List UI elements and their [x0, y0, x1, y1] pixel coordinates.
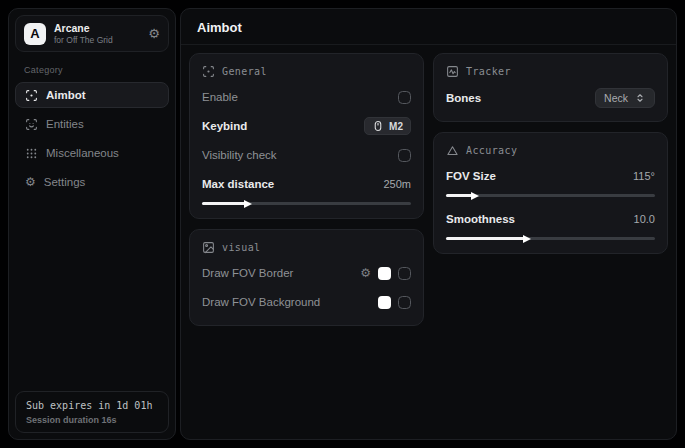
activity-icon [446, 65, 459, 78]
visibility-check-checkbox[interactable] [398, 149, 411, 162]
sidebar-item-label: Aimbot [46, 89, 86, 101]
slider-fill [446, 194, 473, 197]
category-label: Category [24, 65, 169, 75]
keybind-button[interactable]: M2 [364, 117, 411, 135]
setting-label: Bones [446, 92, 481, 104]
setting-row-fov-size: FOV Size 115° [446, 166, 655, 186]
main-panel: Aimbot General Enable [180, 8, 677, 440]
visual-card-header: visual [202, 241, 411, 254]
sidebar-item-aimbot[interactable]: Aimbot [15, 82, 169, 108]
setting-label: Draw FOV Border [202, 267, 293, 279]
fov-background-checkbox[interactable] [398, 296, 411, 309]
slider-thumb[interactable] [523, 235, 531, 243]
setting-label: Draw FOV Background [202, 296, 320, 308]
general-card-header: General [202, 65, 411, 78]
card-title: Accuracy [466, 145, 517, 156]
card-title: visual [222, 242, 261, 253]
enable-checkbox[interactable] [398, 91, 411, 104]
fov-size-value: 115° [633, 170, 655, 182]
max-distance-value: 250m [383, 178, 411, 190]
session-duration-text: Session duration 16s [26, 415, 158, 425]
max-distance-slider[interactable] [202, 202, 411, 205]
sidebar-item-settings[interactable]: ⚙ Settings [15, 169, 169, 195]
setting-row-visibility-check: Visibility check [202, 145, 411, 165]
smoothness-value: 10.0 [634, 213, 655, 225]
mouse-icon [372, 120, 384, 132]
gear-icon[interactable]: ⚙ [360, 267, 371, 279]
brand-text: Arcane for Off The Grid [54, 22, 140, 45]
setting-label: Visibility check [202, 149, 277, 161]
setting-row-bones: Bones Neck [446, 88, 655, 108]
fov-background-controls [378, 296, 411, 309]
app-name: Arcane [54, 22, 140, 34]
setting-row-max-distance: Max distance 250m [202, 174, 411, 194]
sidebar-item-entities[interactable]: Entities [15, 111, 169, 137]
page-title: Aimbot [197, 20, 660, 35]
setting-label: Max distance [202, 178, 274, 190]
sidebar-item-miscellaneous[interactable]: Miscellaneous [15, 140, 169, 166]
slider-thumb[interactable] [244, 200, 252, 208]
card-title: Tracker [466, 66, 511, 77]
setting-label: FOV Size [446, 170, 496, 182]
smoothness-slider[interactable] [446, 237, 655, 240]
setting-row-enable: Enable [202, 87, 411, 107]
setting-row-fov-background: Draw FOV Background [202, 292, 411, 312]
sidebar: A Arcane for Off The Grid ⚙ Category Aim… [8, 8, 176, 440]
content-area: General Enable Keybind M2 V [181, 45, 676, 334]
left-column: General Enable Keybind M2 V [189, 53, 424, 326]
setting-row-smoothness: Smoothness 10.0 [446, 209, 655, 229]
sub-expires-text: Sub expires in 1d 01h [26, 400, 158, 411]
bones-select[interactable]: Neck [595, 88, 655, 108]
setting-label: Smoothness [446, 213, 515, 225]
slider-fill [446, 237, 525, 240]
setting-label: Keybind [202, 120, 247, 132]
keybind-value: M2 [389, 121, 403, 132]
subscription-info-box: Sub expires in 1d 01h Session duration 1… [15, 391, 169, 433]
image-icon [202, 241, 215, 254]
visual-card: visual Draw FOV Border ⚙ Draw FOV Backgr… [189, 229, 424, 326]
fov-border-controls: ⚙ [360, 267, 411, 280]
setting-row-fov-border: Draw FOV Border ⚙ [202, 263, 411, 283]
slider-fill [202, 202, 246, 205]
slider-thumb[interactable] [471, 192, 479, 200]
sidebar-item-label: Miscellaneous [46, 147, 119, 159]
accuracy-card-header: Accuracy [446, 144, 655, 157]
gear-icon[interactable]: ⚙ [148, 27, 160, 40]
crosshair-scan-icon [25, 89, 38, 102]
setting-label: Enable [202, 91, 238, 103]
tracker-card: Tracker Bones Neck [433, 53, 668, 122]
fov-background-color-swatch[interactable] [378, 296, 391, 309]
chevron-expand-icon [634, 92, 646, 104]
brand-card: A Arcane for Off The Grid ⚙ [15, 15, 169, 52]
sidebar-item-label: Entities [46, 118, 84, 130]
card-title: General [222, 66, 267, 77]
right-column: Tracker Bones Neck [433, 53, 668, 254]
fov-border-checkbox[interactable] [398, 267, 411, 280]
gear-icon: ⚙ [25, 176, 36, 188]
setting-row-keybind: Keybind M2 [202, 116, 411, 136]
grid-dots-icon [25, 147, 38, 160]
sidebar-item-label: Settings [44, 176, 86, 188]
accuracy-card: Accuracy FOV Size 115° Smoothness 10.0 [433, 132, 668, 254]
main-header: Aimbot [181, 9, 676, 45]
focus-crosshair-icon [202, 65, 215, 78]
triangle-icon [446, 144, 459, 157]
general-card: General Enable Keybind M2 V [189, 53, 424, 219]
app-logo: A [24, 23, 46, 45]
bones-selected-value: Neck [604, 92, 628, 104]
app-subtitle: for Off The Grid [54, 35, 140, 45]
fov-border-color-swatch[interactable] [378, 267, 391, 280]
fov-size-slider[interactable] [446, 194, 655, 197]
tracker-card-header: Tracker [446, 65, 655, 78]
scan-face-icon [25, 118, 38, 131]
